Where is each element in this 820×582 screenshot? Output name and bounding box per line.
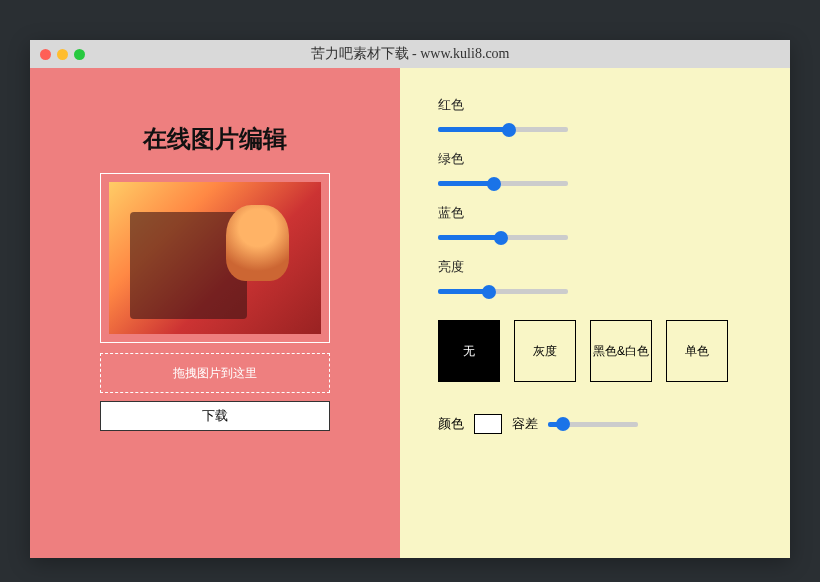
- filter-bw-label: 黑色&白色: [593, 343, 649, 360]
- filter-grayscale-button[interactable]: 灰度: [514, 320, 576, 382]
- bottom-controls: 颜色 容差: [438, 414, 752, 434]
- filter-none-button[interactable]: 无: [438, 320, 500, 382]
- preview-image: [109, 182, 321, 334]
- color-label: 颜色: [438, 415, 464, 433]
- color-picker[interactable]: [474, 414, 502, 434]
- slider-brightness-group: 亮度: [438, 258, 752, 298]
- content-area: 在线图片编辑 拖拽图片到这里 下载 红色 绿色 蓝色: [30, 68, 790, 558]
- titlebar: 苦力吧素材下载 - www.kuli8.com: [30, 40, 790, 68]
- slider-brightness[interactable]: [438, 289, 568, 294]
- slider-green[interactable]: [438, 181, 568, 186]
- slider-blue[interactable]: [438, 235, 568, 240]
- slider-red[interactable]: [438, 127, 568, 132]
- image-dropzone[interactable]: 拖拽图片到这里: [100, 353, 330, 393]
- slider-blue-label: 蓝色: [438, 204, 752, 222]
- slider-green-group: 绿色: [438, 150, 752, 190]
- slider-red-label: 红色: [438, 96, 752, 114]
- dropzone-label: 拖拽图片到这里: [173, 365, 257, 382]
- tolerance-slider[interactable]: [548, 422, 638, 427]
- window-title: 苦力吧素材下载 - www.kuli8.com: [30, 45, 790, 63]
- filter-grayscale-label: 灰度: [533, 343, 557, 360]
- left-panel: 在线图片编辑 拖拽图片到这里 下载: [30, 68, 400, 558]
- download-label: 下载: [202, 407, 228, 425]
- page-title: 在线图片编辑: [143, 123, 287, 155]
- filter-bw-button[interactable]: 黑色&白色: [590, 320, 652, 382]
- right-panel: 红色 绿色 蓝色 亮度 无 灰度: [400, 68, 790, 558]
- slider-green-label: 绿色: [438, 150, 752, 168]
- filter-mono-label: 单色: [685, 343, 709, 360]
- download-button[interactable]: 下载: [100, 401, 330, 431]
- app-window: 苦力吧素材下载 - www.kuli8.com 在线图片编辑 拖拽图片到这里 下…: [30, 40, 790, 558]
- slider-red-group: 红色: [438, 96, 752, 136]
- slider-brightness-label: 亮度: [438, 258, 752, 276]
- filter-mono-button[interactable]: 单色: [666, 320, 728, 382]
- tolerance-label: 容差: [512, 415, 538, 433]
- slider-blue-group: 蓝色: [438, 204, 752, 244]
- filter-row: 无 灰度 黑色&白色 单色: [438, 320, 752, 382]
- image-preview-box: [100, 173, 330, 343]
- filter-none-label: 无: [463, 343, 475, 360]
